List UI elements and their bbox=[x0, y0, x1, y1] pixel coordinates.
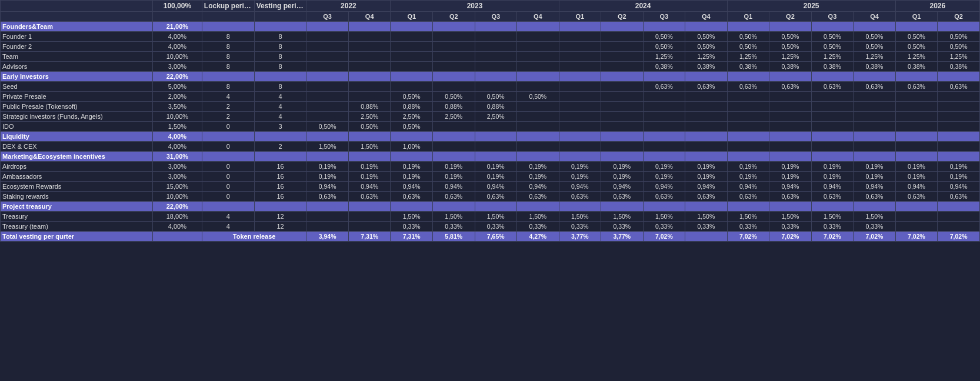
quarter-value-cell bbox=[348, 52, 391, 62]
quarter-value-cell bbox=[348, 62, 391, 72]
vest-cell: 4 bbox=[254, 112, 306, 122]
quarter-value-cell bbox=[306, 202, 349, 212]
quarter-value-cell: 0,38% bbox=[811, 62, 854, 72]
quarter-value-cell: 0,50% bbox=[391, 92, 433, 102]
quarter-value-cell: 1,25% bbox=[811, 52, 854, 62]
quarter-value-cell: 0,19% bbox=[895, 162, 938, 172]
quarter-value-cell bbox=[601, 22, 644, 32]
quarter-value-cell bbox=[432, 132, 475, 142]
quarter-value-cell bbox=[348, 92, 391, 102]
quarter-value-cell bbox=[811, 72, 854, 82]
quarter-value-cell: 1,00% bbox=[391, 142, 433, 152]
quarter-value-cell: 0,50% bbox=[643, 42, 685, 52]
quarter-value-cell: 1,50% bbox=[391, 212, 433, 222]
quarter-value-cell: 0,63% bbox=[559, 192, 601, 202]
quarter-value-cell: 0,50% bbox=[938, 32, 980, 42]
vest-cell: 16 bbox=[254, 172, 306, 182]
quarter-value-cell bbox=[517, 32, 559, 42]
data-row: Seed5,00%880,63%0,63%0,63%0,63%0,63%0,63… bbox=[1, 82, 980, 92]
quarter-value-cell bbox=[475, 32, 517, 42]
quarter-value-cell bbox=[306, 52, 349, 62]
q-header-q2-26: Q2 bbox=[938, 12, 980, 22]
quarter-value-cell bbox=[811, 132, 854, 142]
data-row: Treasury18,00%4121,50%1,50%1,50%1,50%1,5… bbox=[1, 212, 980, 222]
quarter-value-cell: 0,63% bbox=[685, 192, 728, 202]
total-label: Total vesting per qurter bbox=[1, 232, 153, 242]
quarter-value-cell bbox=[938, 212, 980, 222]
quarter-value-cell bbox=[895, 22, 938, 32]
q-header-q1-23: Q1 bbox=[391, 12, 433, 22]
row-name: Strategic investors (Funds, Angels) bbox=[1, 112, 153, 122]
quarter-value-cell bbox=[685, 92, 728, 102]
quarter-value-cell bbox=[895, 212, 938, 222]
quarter-value-cell: 0,94% bbox=[854, 182, 896, 192]
quarter-value-cell bbox=[391, 32, 433, 42]
quarter-value-cell bbox=[559, 152, 601, 162]
pct-cell: 4,00% bbox=[152, 222, 202, 232]
category-row: Founders&Team21,00% bbox=[1, 22, 980, 32]
total-quarter-value: 7,02% bbox=[643, 232, 685, 242]
category-row: Project treasury22,00% bbox=[1, 202, 980, 212]
quarter-value-cell bbox=[517, 72, 559, 82]
quarter-value-cell: 0,33% bbox=[769, 222, 812, 232]
quarter-value-cell: 2,50% bbox=[348, 112, 391, 122]
data-row: Treasury (team)4,00%4120,33%0,33%0,33%0,… bbox=[1, 222, 980, 232]
quarter-value-cell: 1,50% bbox=[685, 212, 728, 222]
quarter-value-cell: 0,94% bbox=[432, 182, 475, 192]
quarter-value-cell bbox=[685, 202, 728, 212]
quarter-value-cell bbox=[432, 52, 475, 62]
quarter-value-cell bbox=[475, 22, 517, 32]
quarter-value-cell: 0,19% bbox=[559, 162, 601, 172]
row-name: Treasury bbox=[1, 212, 153, 222]
quarter-value-cell: 0,63% bbox=[811, 192, 854, 202]
quarter-value-cell: 0,94% bbox=[727, 182, 769, 192]
total-quarter-value: 7,02% bbox=[938, 232, 980, 242]
quarter-value-cell bbox=[854, 152, 896, 162]
pct-cell: 1,50% bbox=[152, 122, 202, 132]
token-release-label: Token release bbox=[202, 232, 306, 242]
total-quarter-value: 7,02% bbox=[811, 232, 854, 242]
category-row: Marketing&Ecosystem incentives31,00% bbox=[1, 152, 980, 162]
quarter-value-cell bbox=[685, 122, 728, 132]
quarter-value-cell bbox=[811, 112, 854, 122]
quarter-value-cell: 0,19% bbox=[475, 172, 517, 182]
quarter-value-cell bbox=[348, 212, 391, 222]
quarter-value-cell: 0,63% bbox=[895, 192, 938, 202]
quarter-value-cell bbox=[601, 142, 644, 152]
quarter-value-cell bbox=[769, 152, 812, 162]
vest-cell: 8 bbox=[254, 52, 306, 62]
q-header-q4-22: Q4 bbox=[348, 12, 391, 22]
quarter-value-cell: 0,63% bbox=[306, 192, 349, 202]
total-quarter-value: 7,02% bbox=[895, 232, 938, 242]
lock-cell: 2 bbox=[202, 112, 254, 122]
category-row: Liquidity4,00% bbox=[1, 132, 980, 142]
lock-cell: 8 bbox=[202, 62, 254, 72]
quarter-value-cell: 0,33% bbox=[559, 222, 601, 232]
quarter-value-cell bbox=[306, 112, 349, 122]
row-name: Airdrops bbox=[1, 162, 153, 172]
quarter-value-cell bbox=[938, 132, 980, 142]
quarter-value-cell: 1,25% bbox=[685, 52, 728, 62]
data-row: Staking rewards10,00%0160,63%0,63%0,63%0… bbox=[1, 192, 980, 202]
quarter-value-cell: 0,38% bbox=[769, 62, 812, 72]
quarter-value-cell: 0,88% bbox=[348, 102, 391, 112]
quarter-value-cell: 1,50% bbox=[601, 212, 644, 222]
quarter-value-cell: 0,63% bbox=[938, 192, 980, 202]
quarter-value-cell bbox=[769, 102, 812, 112]
quarter-value-cell bbox=[811, 122, 854, 132]
quarter-value-cell bbox=[475, 72, 517, 82]
quarter-value-cell: 0,63% bbox=[811, 82, 854, 92]
quarter-value-cell bbox=[517, 102, 559, 112]
quarter-value-cell bbox=[601, 52, 644, 62]
quarter-value-cell bbox=[895, 102, 938, 112]
quarter-value-cell bbox=[811, 92, 854, 102]
data-row: Public Presale (Tokensoft)3,50%240,88%0,… bbox=[1, 102, 980, 112]
quarter-value-cell bbox=[685, 22, 728, 32]
quarter-value-cell: 0,63% bbox=[685, 82, 728, 92]
quarter-value-cell: 0,63% bbox=[601, 192, 644, 202]
quarter-value-cell bbox=[348, 32, 391, 42]
data-row: Strategic investors (Funds, Angels)10,00… bbox=[1, 112, 980, 122]
total-quarter-value: 4,27% bbox=[517, 232, 559, 242]
quarter-value-cell bbox=[306, 212, 349, 222]
row-name: Seed bbox=[1, 82, 153, 92]
